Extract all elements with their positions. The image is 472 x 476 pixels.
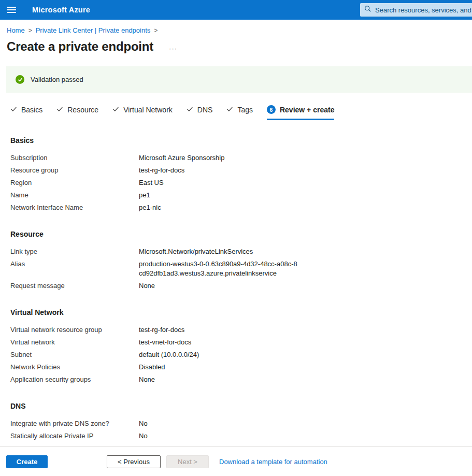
tab-dns[interactable]: DNS — [187, 105, 213, 120]
tab-virtual-network[interactable]: Virtual Network — [112, 105, 173, 120]
breadcrumb-private-link-center-link[interactable]: Private Link Center | Private endpoints — [36, 26, 151, 34]
section-basics: Basics Subscription Microsoft Azure Spon… — [10, 136, 472, 214]
search-icon — [364, 5, 371, 15]
tab-resource[interactable]: Resource — [56, 105, 98, 120]
wizard-tabs: Basics Resource Virtual Network DNS Tags… — [10, 105, 472, 120]
breadcrumb-home-link[interactable]: Home — [7, 26, 25, 34]
field-row: Network Policies Disabled — [10, 361, 472, 373]
create-button[interactable]: Create — [6, 455, 48, 468]
field-row: Region East US — [10, 177, 472, 189]
section-dns: DNS Integrate with private DNS zone? No … — [10, 402, 472, 442]
tab-tags[interactable]: Tags — [226, 105, 253, 120]
section-resource: Resource Link type Microsoft.Network/pri… — [10, 230, 472, 292]
check-icon — [187, 106, 193, 114]
app-title[interactable]: Microsoft Azure — [32, 6, 90, 14]
section-title: Basics — [10, 136, 472, 145]
previous-button[interactable]: < Previous — [107, 455, 161, 468]
global-search[interactable] — [360, 3, 472, 17]
check-icon — [112, 106, 119, 114]
field-row: Subscription Microsoft Azure Sponsorship — [10, 152, 472, 164]
field-row: Network Interface Name pe1-nic — [10, 201, 472, 214]
field-row: Virtual network test-vnet-for-docs — [10, 336, 472, 349]
success-check-icon — [16, 75, 24, 84]
top-bar: Microsoft Azure — [0, 0, 472, 20]
review-content: Basics Subscription Microsoft Azure Spon… — [0, 136, 472, 442]
field-row: Integrate with private DNS zone? No — [10, 417, 472, 430]
field-row: Name pe1 — [10, 189, 472, 201]
validation-banner: Validation passed — [6, 66, 472, 93]
check-icon — [226, 106, 233, 114]
next-button[interactable]: Next > — [166, 455, 209, 468]
check-icon — [56, 106, 63, 114]
field-row: Resource group test-rg-for-docs — [10, 164, 472, 177]
check-icon — [10, 106, 17, 114]
field-row: Subnet default (10.0.0.0/24) — [10, 349, 472, 361]
field-row: Link type Microsoft.Network/privateLinkS… — [10, 246, 472, 258]
download-template-link[interactable]: Download a template for automation — [219, 458, 327, 466]
section-virtual-network: Virtual Network Virtual network resource… — [10, 308, 472, 386]
field-row: Statically allocate Private IP No — [10, 430, 472, 442]
section-title: Resource — [10, 230, 472, 238]
more-options-icon[interactable]: ··· — [169, 41, 177, 52]
breadcrumb: Home > Private Link Center | Private end… — [0, 20, 472, 34]
field-row: Application security groups None — [10, 373, 472, 386]
search-input[interactable] — [375, 6, 472, 14]
tab-basics[interactable]: Basics — [10, 105, 42, 120]
tab-review-create[interactable]: 6 Review + create — [267, 105, 334, 120]
field-row: Alias production-westus3-0-0.63c890a9-4d… — [10, 258, 472, 280]
step-number-badge: 6 — [267, 105, 276, 114]
field-row: Virtual network resource group test-rg-f… — [10, 324, 472, 336]
section-title: Virtual Network — [10, 308, 472, 316]
breadcrumb-separator: > — [154, 27, 158, 34]
section-title: DNS — [10, 402, 472, 410]
page-title: Create a private endpoint — [7, 39, 153, 54]
breadcrumb-separator: > — [28, 27, 32, 34]
validation-message: Validation passed — [31, 76, 83, 83]
field-row: Request message None — [10, 280, 472, 292]
wizard-footer: Create < Previous Next > Download a temp… — [0, 446, 472, 476]
hamburger-menu-icon[interactable] — [5, 0, 23, 20]
